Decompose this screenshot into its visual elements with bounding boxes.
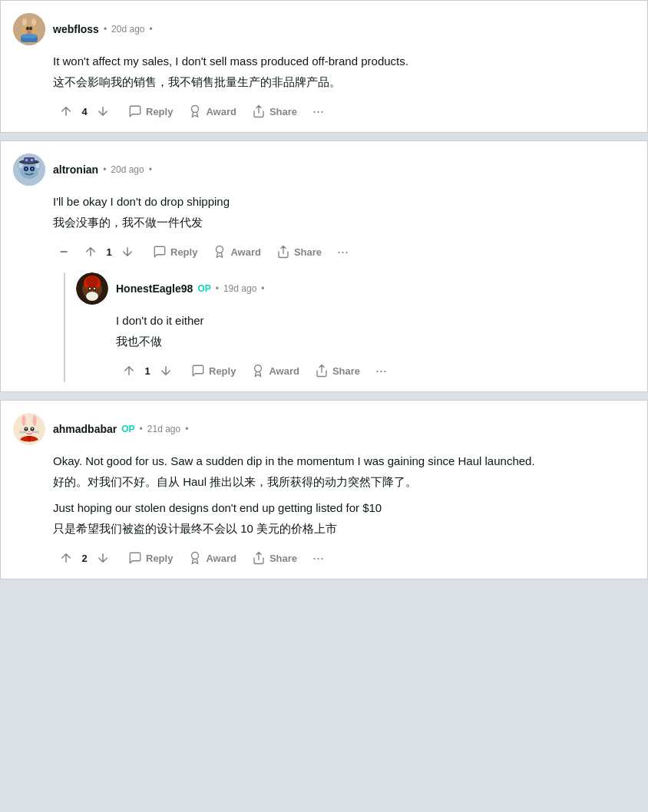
downvote-button[interactable]: [90, 546, 116, 569]
reply-button[interactable]: Reply: [122, 100, 179, 123]
reply-icon: [128, 551, 142, 565]
avatar: [76, 272, 108, 305]
award-button[interactable]: Award: [245, 359, 306, 382]
timestamp: 21d ago: [147, 424, 180, 434]
downvote-button[interactable]: [114, 240, 141, 263]
award-button[interactable]: Award: [182, 100, 243, 123]
more-options-button[interactable]: ···: [306, 101, 330, 123]
svg-point-21: [25, 168, 28, 170]
comment-text-english: I'll be okay I don't do drop shipping: [53, 193, 635, 211]
reply-icon: [191, 364, 205, 378]
action-bar: 1 Reply: [116, 359, 635, 382]
svg-point-43: [33, 415, 37, 426]
downvote-button[interactable]: [153, 359, 179, 382]
comment-text-english-1: Okay. Not good for us. Saw a sudden dip …: [53, 453, 635, 470]
award-button[interactable]: Award: [207, 240, 267, 263]
svg-point-7: [26, 27, 29, 31]
upvote-button[interactable]: [78, 240, 104, 263]
award-button[interactable]: Award: [182, 546, 243, 569]
comment-text-english: It won't affect my sales, I don't sell m…: [53, 53, 635, 71]
award-icon: [213, 245, 226, 259]
timestamp: 19d ago: [223, 283, 256, 294]
svg-point-34: [89, 288, 91, 289]
downvote-button[interactable]: [90, 100, 116, 123]
vote-count: 1: [105, 246, 113, 258]
comment-header: ahmadbabar OP • 21d ago •: [13, 413, 635, 445]
vote-count: 1: [144, 365, 151, 377]
nested-reply-section: HonestEagle98 OP • 19d ago • I don't do …: [64, 272, 635, 382]
upvote-icon: [84, 245, 98, 259]
share-button[interactable]: Share: [309, 359, 366, 382]
upvote-button[interactable]: [116, 359, 142, 382]
share-button[interactable]: Share: [246, 546, 303, 569]
more-options-button[interactable]: ···: [306, 547, 330, 569]
collapse-button[interactable]: −: [53, 241, 74, 262]
author-meta: HonestEagle98 OP • 19d ago •: [116, 282, 265, 295]
downvote-icon: [96, 551, 110, 565]
author-meta: ahmadbabar OP • 21d ago •: [53, 423, 188, 435]
upvote-button[interactable]: [53, 100, 79, 123]
svg-point-53: [192, 553, 199, 559]
vote-group: 1: [116, 359, 179, 382]
share-button[interactable]: Share: [246, 100, 303, 123]
comment-body: Okay. Not good for us. Saw a sudden dip …: [53, 453, 635, 569]
svg-line-50: [19, 433, 26, 434]
timestamp: 20d ago: [111, 164, 144, 175]
vote-group: 2: [53, 546, 116, 569]
award-icon: [188, 104, 202, 118]
reply-button[interactable]: Reply: [122, 546, 179, 569]
vote-count: 4: [81, 106, 88, 117]
svg-point-35: [94, 288, 95, 289]
svg-rect-26: [31, 159, 33, 161]
svg-point-42: [22, 415, 26, 426]
comment-body: It won't affect my sales, I don't sell m…: [53, 53, 635, 123]
vote-group: 1: [78, 240, 141, 263]
action-bar: − 1 Reply: [53, 240, 635, 263]
award-icon: [188, 551, 202, 565]
avatar: [13, 153, 45, 186]
svg-point-11: [21, 34, 38, 38]
svg-rect-25: [25, 159, 28, 161]
more-options-button[interactable]: ···: [331, 241, 355, 263]
share-icon: [276, 245, 290, 259]
comment-webfloss: webfloss • 20d ago • It won't affect my …: [0, 0, 648, 133]
comment-text-chinese: 这不会影响我的销售，我不销售批量生产的非品牌产品。: [53, 74, 635, 91]
svg-point-8: [29, 27, 32, 31]
share-icon: [315, 364, 329, 378]
svg-point-47: [31, 428, 33, 430]
svg-point-46: [25, 428, 27, 430]
svg-point-22: [31, 168, 34, 170]
more-options-button[interactable]: ···: [369, 360, 393, 382]
downvote-icon: [121, 245, 134, 259]
comment-text-chinese-1: 好的。对我们不好。自从 Haul 推出以来，我所获得的动力突然下降了。: [53, 474, 635, 491]
comment-text-chinese-2: 只是希望我们被盗的设计最终不会以 10 美元的价格上市: [53, 520, 635, 538]
downvote-icon: [159, 364, 173, 378]
author-meta: altronian • 20d ago •: [53, 163, 152, 176]
svg-point-9: [27, 31, 31, 34]
timestamp: 20d ago: [111, 24, 144, 35]
svg-point-37: [255, 365, 262, 372]
comment-text-chinese: 我也不做: [116, 333, 635, 351]
share-icon: [252, 551, 266, 565]
author-name: webfloss: [53, 23, 99, 35]
svg-point-36: [86, 292, 98, 301]
comment-ahmadbabar: ahmadbabar OP • 21d ago • Okay. Not good…: [0, 400, 648, 579]
comment-altronian: altronian • 20d ago • I'll be okay I don…: [0, 140, 648, 392]
svg-line-51: [32, 431, 39, 432]
upvote-button[interactable]: [53, 546, 79, 569]
nested-comment-header: HonestEagle98 OP • 19d ago •: [76, 272, 635, 305]
downvote-icon: [96, 104, 110, 118]
avatar: [13, 13, 45, 45]
share-button[interactable]: Share: [270, 240, 328, 263]
nested-comment-body: I don't do it either 我也不做 1: [116, 312, 635, 382]
reply-icon: [128, 104, 142, 118]
op-badge: OP: [197, 283, 210, 294]
author-name: ahmadbabar: [53, 423, 117, 435]
comment-header: webfloss • 20d ago •: [13, 13, 635, 45]
reply-button[interactable]: Reply: [185, 359, 242, 382]
svg-point-31: [86, 276, 98, 287]
reply-icon: [153, 245, 167, 259]
svg-line-52: [32, 433, 39, 434]
reply-button[interactable]: Reply: [147, 240, 203, 263]
share-icon: [252, 104, 266, 118]
